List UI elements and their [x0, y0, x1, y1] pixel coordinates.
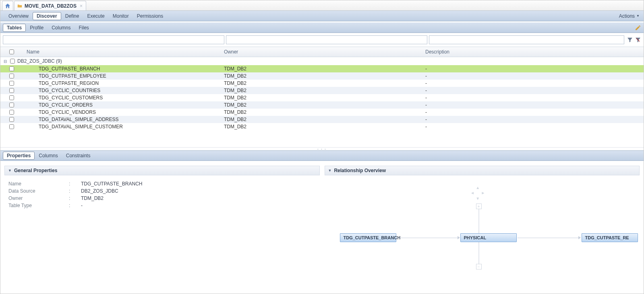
diagram-node[interactable]: TDG_CUTPASTE_RE [582, 233, 638, 242]
actions-dropdown[interactable]: Actions ▼ [619, 13, 640, 19]
filter-owner-input[interactable] [226, 35, 427, 44]
row-name: TDG_CYCLIC_CUSTOMERS [23, 95, 224, 101]
actions-label: Actions [619, 13, 635, 19]
close-icon[interactable]: × [80, 3, 83, 9]
row-description: - [425, 95, 644, 101]
subtab-tables[interactable]: Tables [3, 24, 26, 32]
property-label: Table Type [8, 203, 69, 210]
table-row[interactable]: TDG_CUTPASTE_REGIONTDM_DB2- [0, 80, 644, 87]
property-line: Name:TDG_CUTPASTE_BRANCH [8, 181, 316, 188]
relationship-overview-header[interactable]: ▼ Relationship Overview [325, 166, 640, 175]
table-row[interactable]: TDG_DATAVAL_SIMPLE_CUSTOMERTDM_DB2- [0, 123, 644, 130]
row-checkbox[interactable] [9, 74, 14, 78]
general-properties-header[interactable]: ▼ General Properties [4, 166, 320, 175]
subtab-files[interactable]: Files [75, 24, 93, 32]
menu-overview[interactable]: Overview [4, 12, 33, 20]
zoom-in-button[interactable]: + [476, 204, 482, 209]
row-checkbox[interactable] [9, 95, 14, 100]
pencil-icon[interactable] [635, 25, 641, 31]
menu-monitor[interactable]: Monitor [109, 12, 133, 20]
menu-define[interactable]: Define [61, 12, 83, 20]
menu-discover[interactable]: Discover [33, 12, 61, 20]
menu-bar: Overview Discover Define Execute Monitor… [0, 11, 644, 21]
property-label: Name [8, 181, 69, 188]
property-line: Owner:TDM_DB2 [8, 195, 316, 203]
column-header-name[interactable]: Name [23, 49, 224, 55]
document-tab-title: MOVE_DATA_DB2ZOS [25, 3, 77, 9]
property-line: Data Source:DB2_ZOS_JDBC [8, 188, 316, 195]
row-checkbox[interactable] [9, 66, 14, 71]
diagram-edge [397, 238, 460, 238]
filter-description-input[interactable] [429, 35, 624, 44]
menu-execute[interactable]: Execute [83, 12, 108, 20]
pan-up-icon[interactable]: ▲ [475, 185, 480, 190]
row-owner: TDM_DB2 [224, 117, 425, 122]
row-name: TDG_DATAVAL_SIMPLE_CUSTOMER [23, 124, 224, 130]
group-row[interactable]: ⊟ DB2_ZOS_JDBC (9) [0, 57, 644, 65]
property-label: Data Source [8, 188, 69, 195]
arrow-right-icon [578, 236, 581, 239]
diagram-node[interactable]: TDG_CUTPASTE_BRANCH [340, 233, 396, 242]
row-owner: TDM_DB2 [224, 95, 425, 101]
row-description: - [425, 124, 644, 130]
filter-icon[interactable] [627, 37, 633, 43]
row-checkbox[interactable] [9, 117, 14, 122]
row-checkbox[interactable] [9, 110, 14, 115]
row-description: - [425, 66, 644, 72]
general-properties-title: General Properties [14, 168, 57, 173]
property-label: Owner [8, 195, 69, 203]
row-description: - [425, 80, 644, 86]
row-checkbox[interactable] [9, 103, 14, 107]
bottom-tab-columns[interactable]: Columns [35, 152, 62, 160]
relationship-canvas[interactable]: ▲ ◄► ▼ + − TDG_CUTPASTE_BRANCH PHYSICAL [329, 181, 636, 283]
row-description: - [425, 73, 644, 79]
group-checkbox[interactable] [10, 59, 15, 64]
property-value: DB2_ZOS_JDBC [81, 188, 118, 195]
pan-right-icon[interactable]: ► [480, 190, 486, 195]
property-value: TDG_CUTPASTE_BRANCH [81, 181, 142, 188]
filter-clear-icon[interactable] [635, 37, 641, 43]
property-value: - [81, 203, 83, 210]
subtab-columns[interactable]: Columns [48, 24, 75, 32]
chevron-down-icon: ▼ [8, 169, 12, 173]
home-tab[interactable] [2, 1, 13, 10]
diagram-edge [518, 238, 580, 238]
table-row[interactable]: TDG_CYCLIC_COUNTRIESTDM_DB2- [0, 87, 644, 94]
horizontal-splitter[interactable]: • • • [0, 147, 644, 150]
column-header-owner[interactable]: Owner [224, 49, 425, 55]
subtab-bar: Tables Profile Columns Files [0, 23, 644, 33]
grid-header: Name Owner Description [0, 47, 644, 57]
diagram-node[interactable]: PHYSICAL [460, 233, 517, 242]
row-checkbox[interactable] [9, 124, 14, 129]
document-tab[interactable]: MOVE_DATA_DB2ZOS × [14, 1, 86, 10]
bottom-tab-properties[interactable]: Properties [3, 152, 35, 160]
table-row[interactable]: TDG_CYCLIC_VENDORSTDM_DB2- [0, 109, 644, 116]
relationship-overview-title: Relationship Overview [334, 168, 386, 173]
select-all-checkbox[interactable] [9, 49, 14, 54]
pan-control[interactable]: ▲ ◄► ▼ [470, 185, 486, 201]
row-name: TDG_CYCLIC_ORDERS [23, 102, 224, 108]
filter-name-input[interactable] [3, 35, 224, 44]
subtab-profile[interactable]: Profile [26, 24, 48, 32]
row-description: - [425, 109, 644, 115]
zoom-out-button[interactable]: − [476, 264, 482, 269]
table-row[interactable]: TDG_CYCLIC_ORDERSTDM_DB2- [0, 101, 644, 109]
collapse-icon[interactable]: ⊟ [3, 59, 8, 64]
row-description: - [425, 117, 644, 122]
bottom-tabs: Properties Columns Constraints [0, 150, 644, 161]
table-row[interactable]: TDG_CUTPASTE_EMPLOYEETDM_DB2- [0, 72, 644, 80]
row-name: TDG_CYCLIC_COUNTRIES [23, 88, 224, 93]
table-row[interactable]: TDG_DATAVAL_SIMPLE_ADDRESSTDM_DB2- [0, 116, 644, 123]
row-owner: TDM_DB2 [224, 80, 425, 86]
menu-permissions[interactable]: Permissions [133, 12, 167, 20]
row-checkbox[interactable] [9, 81, 14, 86]
row-description: - [425, 88, 644, 93]
arrow-right-icon [458, 236, 460, 239]
pan-left-icon[interactable]: ◄ [470, 190, 475, 195]
pan-down-icon[interactable]: ▼ [475, 196, 480, 201]
row-checkbox[interactable] [9, 88, 14, 93]
table-row[interactable]: TDG_CYCLIC_CUSTOMERSTDM_DB2- [0, 94, 644, 101]
column-header-description[interactable]: Description [425, 49, 644, 55]
bottom-tab-constraints[interactable]: Constraints [62, 152, 95, 160]
table-row[interactable]: TDG_CUTPASTE_BRANCHTDM_DB2- [0, 65, 644, 72]
